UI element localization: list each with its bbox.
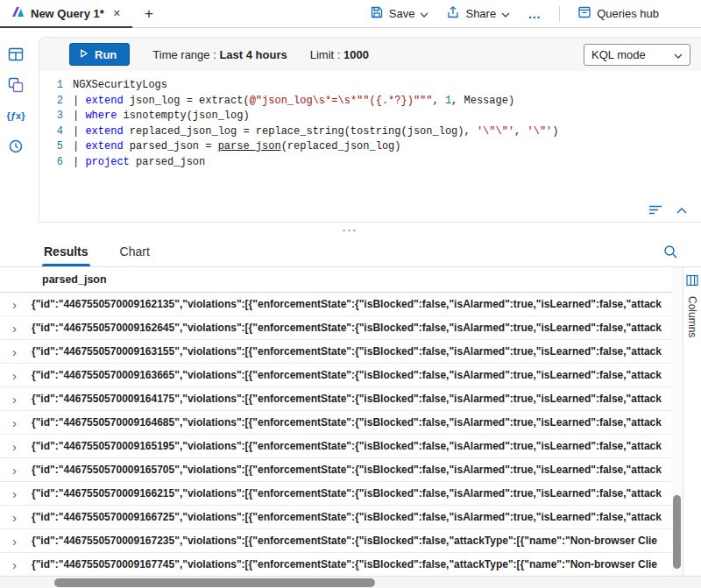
more-actions-button[interactable]: …: [528, 6, 542, 21]
line-number: 2: [39, 94, 63, 110]
table-row[interactable]: ›{"id":"4467550570009165195","violations…: [0, 435, 672, 458]
column-header-parsed-json[interactable]: parsed_json: [0, 267, 672, 293]
chevron-down-icon: [674, 48, 683, 61]
time-range-label: Time range :: [152, 48, 216, 61]
expand-chevron-icon[interactable]: ›: [12, 416, 32, 429]
parsed-json-cell: {"id":"4467550570009165705","violations"…: [32, 464, 672, 476]
table-row[interactable]: ›{"id":"4467550570009162645","violations…: [0, 316, 672, 340]
share-label: Share: [465, 7, 496, 20]
parsed-json-cell: {"id":"4467550570009163665","violations"…: [32, 369, 672, 381]
close-tab-icon[interactable]: ✕: [110, 6, 124, 21]
save-icon: [370, 5, 384, 22]
time-range-picker[interactable]: Time range : Last 4 hours: [152, 48, 287, 61]
parsed-json-cell: {"id":"4467550570009164175","violations"…: [32, 393, 672, 405]
expand-chevron-icon[interactable]: ›: [12, 464, 32, 477]
top-bar-actions: Save Share … Queries hub: [370, 0, 701, 27]
expand-chevron-icon[interactable]: ›: [12, 298, 32, 311]
expand-chevron-icon[interactable]: ›: [12, 511, 32, 524]
table-row[interactable]: ›{"id":"4467550570009163665","violations…: [0, 364, 672, 387]
parsed-json-cell: {"id":"4467550570009162135","violations"…: [32, 298, 672, 310]
tab-results[interactable]: Results: [42, 237, 90, 266]
history-icon[interactable]: [7, 138, 25, 155]
code-line: | extend parsed_json = parse_json(replac…: [73, 139, 701, 155]
columns-icon: [686, 274, 698, 290]
parsed-json-cell: {"id":"4467550570009162645","violations"…: [32, 322, 672, 334]
tab-title: New Query 1*: [31, 7, 104, 20]
app-logo-icon: [11, 5, 25, 23]
data-table-icon[interactable]: [7, 46, 25, 63]
query-mode-select[interactable]: KQL mode: [584, 44, 690, 66]
code-line: | where isnotempty(json_log): [73, 109, 701, 124]
line-number: 1: [39, 78, 63, 94]
expand-chevron-icon[interactable]: ›: [12, 440, 32, 453]
run-label: Run: [95, 48, 117, 61]
code-line: | extend json_log = extract(@"json_log\s…: [73, 94, 701, 110]
functions-icon[interactable]: {ƒx}: [7, 107, 25, 124]
results-grid-area: parsed_json ›{"id":"4467550570009162135"…: [0, 267, 701, 576]
line-number: 6: [39, 155, 63, 171]
expand-chevron-icon[interactable]: ›: [12, 322, 32, 335]
parsed-json-cell: {"id":"4467550570009166725","violations"…: [32, 511, 672, 523]
columns-panel-label: Columns: [686, 296, 698, 337]
parsed-json-cell: {"id":"4467550570009165195","violations"…: [32, 440, 672, 452]
results-panel: Results Chart parsed_json ›{"id":"446755…: [0, 237, 701, 576]
table-row[interactable]: ›{"id":"4467550570009162135","violations…: [0, 293, 672, 316]
results-rows: ›{"id":"4467550570009162135","violations…: [0, 293, 672, 576]
parsed-json-cell: {"id":"4467550570009164685","violations"…: [32, 416, 672, 429]
connections-icon[interactable]: [7, 76, 25, 94]
table-row[interactable]: ›{"id":"4467550570009163155","violations…: [0, 340, 672, 364]
editor-footer: [39, 199, 701, 222]
results-tabs-row: Results Chart: [0, 237, 701, 267]
share-button[interactable]: Share: [446, 5, 510, 22]
expand-chevron-icon[interactable]: ›: [12, 487, 32, 500]
expand-chevron-icon[interactable]: ›: [12, 393, 32, 406]
parsed-json-cell: {"id":"4467550570009167235","violations"…: [32, 535, 672, 547]
tab-chart[interactable]: Chart: [118, 237, 152, 266]
expand-chevron-icon[interactable]: ›: [12, 345, 32, 358]
left-icon-rail: {ƒx}: [0, 28, 32, 223]
new-tab-button[interactable]: +: [132, 0, 166, 27]
query-toolbar: Run Time range : Last 4 hours Limit : 10…: [39, 38, 701, 71]
run-button[interactable]: Run: [69, 43, 130, 66]
table-row[interactable]: ›{"id":"4467550570009164685","violations…: [0, 411, 672, 435]
code-line: NGXSecurityLogs: [73, 78, 701, 94]
divider: [559, 6, 560, 22]
code-line: | extend replaced_json_log = replace_str…: [73, 124, 701, 140]
table-row[interactable]: ›{"id":"4467550570009165705","violations…: [0, 458, 672, 482]
expand-chevron-icon[interactable]: ›: [12, 558, 32, 571]
save-button[interactable]: Save: [370, 5, 429, 22]
queries-hub-button[interactable]: Queries hub: [577, 5, 659, 22]
table-row[interactable]: ›{"id":"4467550570009167235","violations…: [0, 529, 672, 553]
pane-splitter[interactable]: •••: [0, 223, 701, 237]
table-row[interactable]: ›{"id":"4467550570009166215","violations…: [0, 482, 672, 506]
line-number: 5: [39, 139, 63, 155]
table-row[interactable]: ›{"id":"4467550570009164175","violations…: [0, 387, 672, 411]
columns-panel-toggle[interactable]: Columns: [683, 267, 701, 576]
kql-editor[interactable]: 123456 NGXSecurityLogs| extend json_log …: [39, 71, 701, 199]
code-lines[interactable]: NGXSecurityLogs| extend json_log = extra…: [73, 78, 701, 199]
time-range-value: Last 4 hours: [219, 48, 287, 61]
horizontal-scrollbar-thumb[interactable]: [54, 578, 375, 587]
vertical-scrollbar[interactable]: [672, 267, 683, 576]
expand-chevron-icon[interactable]: ›: [12, 369, 32, 382]
results-grid: parsed_json ›{"id":"4467550570009162135"…: [0, 267, 672, 576]
horizontal-scrollbar[interactable]: [0, 576, 701, 588]
table-row[interactable]: ›{"id":"4467550570009166725","violations…: [0, 506, 672, 529]
collapse-editor-chevron-icon[interactable]: [676, 208, 687, 214]
vertical-scrollbar-thumb[interactable]: [673, 495, 681, 569]
tune-icon[interactable]: [648, 205, 662, 216]
limit-picker[interactable]: Limit : 1000: [310, 48, 369, 61]
chevron-down-icon: [501, 7, 510, 20]
query-mode-value: KQL mode: [591, 48, 646, 61]
table-row[interactable]: ›{"id":"4467550570009167745","violations…: [0, 553, 672, 576]
code-line: | project parsed_json: [73, 155, 701, 171]
query-editor-card: Run Time range : Last 4 hours Limit : 10…: [39, 37, 701, 223]
query-tab[interactable]: New Query 1* ✕: [0, 0, 132, 27]
parsed-json-cell: {"id":"4467550570009167745","violations"…: [32, 558, 672, 570]
line-number: 4: [39, 124, 63, 140]
play-icon: [79, 48, 89, 61]
search-icon[interactable]: [662, 244, 678, 259]
expand-chevron-icon[interactable]: ›: [12, 535, 32, 548]
save-label: Save: [389, 7, 415, 20]
limit-value: 1000: [343, 48, 369, 61]
